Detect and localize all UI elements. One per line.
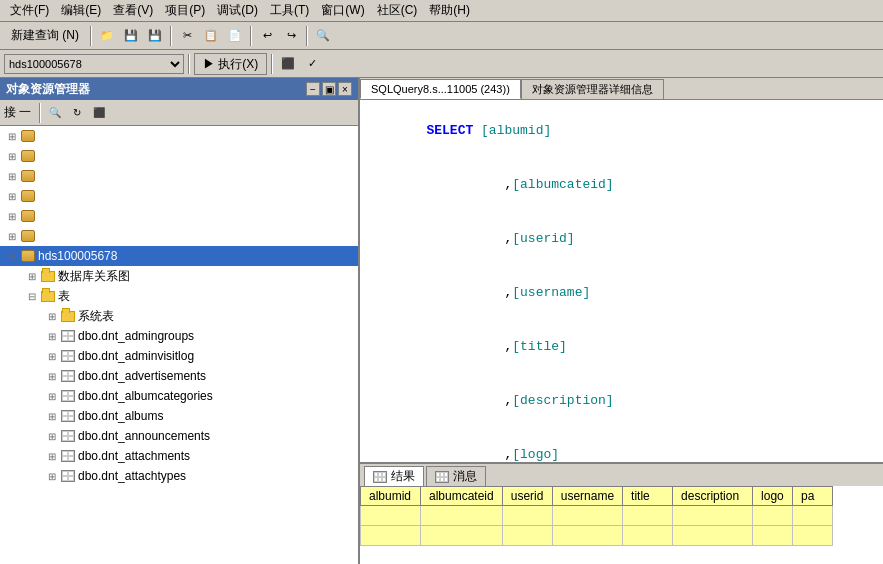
tree-item-hds100005678[interactable]: ⊟ hds100005678 — [0, 246, 358, 266]
results-table-container[interactable]: albumid albumcateid userid username titl… — [360, 486, 883, 564]
tree-item-server3[interactable]: ⊞ — [0, 166, 358, 186]
toolbar-separator-2 — [170, 26, 172, 46]
right-panel: SQLQuery8.s...11005 (243)) 对象资源管理器详细信息 S… — [360, 78, 883, 564]
stop-btn[interactable]: ⬛ — [277, 53, 299, 75]
tree-item-attachments[interactable]: ⊞ dbo.dnt_attachments — [0, 446, 358, 466]
col-albumcateid: albumcateid — [421, 487, 503, 506]
tree-item-server4[interactable]: ⊞ — [0, 186, 358, 206]
parse-btn[interactable]: ✓ — [301, 53, 323, 75]
menu-view[interactable]: 查看(V) — [107, 0, 159, 21]
menu-help[interactable]: 帮助(H) — [423, 0, 476, 21]
expand-icon-s2: ⊞ — [4, 148, 20, 164]
menu-tools[interactable]: 工具(T) — [264, 0, 315, 21]
open-btn[interactable]: 📁 — [96, 25, 118, 47]
expand-icon-admingroups: ⊞ — [44, 328, 60, 344]
tree-item-attachtypes[interactable]: ⊞ dbo.dnt_attachtypes — [0, 466, 358, 486]
sql-line-3: ,[userid] — [364, 212, 879, 266]
tree-toolbar: 接 一 🔍 ↻ ⬛ — [0, 100, 358, 126]
save-all-btn[interactable]: 💾 — [144, 25, 166, 47]
tree-item-server5[interactable]: ⊞ — [0, 206, 358, 226]
results-tab-messages-label: 消息 — [453, 468, 477, 485]
tree-item-systables[interactable]: ⊞ 系统表 — [0, 306, 358, 326]
table-icon-adminvisitlog — [60, 348, 76, 364]
tree-item-dbdiagram[interactable]: ⊞ 数据库关系图 — [0, 266, 358, 286]
tree-item-albums[interactable]: ⊞ dbo.dnt_albums — [0, 406, 358, 426]
tree-filter-btn[interactable]: 🔍 — [45, 103, 65, 123]
sql-line-6: ,[description] — [364, 374, 879, 428]
tree-item-tables[interactable]: ⊟ 表 — [0, 286, 358, 306]
main-area: 对象资源管理器 − ▣ × 接 一 🔍 ↻ ⬛ ⊞ ⊞ — [0, 78, 883, 564]
tree-item-server2[interactable]: ⊞ — [0, 146, 358, 166]
results-tabs: 结果 消息 — [360, 464, 883, 486]
folder-icon-dbdiagram — [40, 268, 56, 284]
sql-line-1: SELECT [albumid] — [364, 104, 879, 158]
redo-btn[interactable]: ↪ — [280, 25, 302, 47]
expand-icon-s3: ⊞ — [4, 168, 20, 184]
expand-icon-s5: ⊞ — [4, 208, 20, 224]
expand-icon-announcements: ⊞ — [44, 428, 60, 444]
expand-icon-systables: ⊞ — [44, 308, 60, 324]
panel-title-bar: 对象资源管理器 − ▣ × — [0, 78, 358, 100]
paste-btn[interactable]: 📄 — [224, 25, 246, 47]
col-logo: logo — [753, 487, 793, 506]
cell-pa — [793, 506, 833, 526]
table-icon-albums — [60, 408, 76, 424]
menu-edit[interactable]: 编辑(E) — [55, 0, 107, 21]
menu-debug[interactable]: 调试(D) — [211, 0, 264, 21]
cell-username-2 — [552, 526, 622, 546]
menubar: 文件(F) 编辑(E) 查看(V) 项目(P) 调试(D) 工具(T) 窗口(W… — [0, 0, 883, 22]
results-tab-results-label: 结果 — [391, 468, 415, 485]
tree-item-advertisements[interactable]: ⊞ dbo.dnt_advertisements — [0, 366, 358, 386]
query-tabs: SQLQuery8.s...11005 (243)) 对象资源管理器详细信息 — [360, 78, 883, 100]
database-dropdown[interactable]: hds100005678 — [4, 54, 184, 74]
menu-window[interactable]: 窗口(W) — [315, 0, 370, 21]
table-icon-admingroups — [60, 328, 76, 344]
table-icon-albumcategories — [60, 388, 76, 404]
tree-label-attachtypes: dbo.dnt_attachtypes — [78, 469, 186, 483]
expand-icon-attachtypes: ⊞ — [44, 468, 60, 484]
expand-icon-hds: ⊟ — [4, 248, 20, 264]
tree-label-hds: hds100005678 — [38, 249, 117, 263]
query-tab-2[interactable]: 对象资源管理器详细信息 — [521, 79, 664, 99]
folder-icon-systables — [60, 308, 76, 324]
find-btn[interactable]: 🔍 — [312, 25, 334, 47]
tree-item-server1[interactable]: ⊞ — [0, 126, 358, 146]
panel-close-btn[interactable]: × — [338, 82, 352, 96]
results-tab-results[interactable]: 结果 — [364, 466, 424, 486]
query-editor[interactable]: SELECT [albumid] ,[albumcateid] ,[userid… — [360, 100, 883, 464]
tree-area[interactable]: ⊞ ⊞ ⊞ ⊞ ⊞ — [0, 126, 358, 564]
tree-refresh-btn[interactable]: ↻ — [67, 103, 87, 123]
tree-item-announcements[interactable]: ⊞ dbo.dnt_announcements — [0, 426, 358, 446]
cell-albumid-2 — [361, 526, 421, 546]
menu-file[interactable]: 文件(F) — [4, 0, 55, 21]
save-btn[interactable]: 💾 — [120, 25, 142, 47]
table-icon-announcements — [60, 428, 76, 444]
cell-title — [623, 506, 673, 526]
query-tab-1[interactable]: SQLQuery8.s...11005 (243)) — [360, 79, 521, 99]
expand-icon-s6: ⊞ — [4, 228, 20, 244]
tree-stop-btn[interactable]: ⬛ — [89, 103, 109, 123]
new-query-btn[interactable]: 新建查询 (N) — [4, 25, 86, 47]
table-icon-attachments — [60, 448, 76, 464]
tree-item-adminvisitlog[interactable]: ⊞ dbo.dnt_adminvisitlog — [0, 346, 358, 366]
cell-albumcateid — [421, 506, 503, 526]
results-tab-messages[interactable]: 消息 — [426, 466, 486, 486]
panel-float-btn[interactable]: ▣ — [322, 82, 336, 96]
server-icon-2 — [20, 148, 36, 164]
cell-albumcateid-2 — [421, 526, 503, 546]
tree-item-admingroups[interactable]: ⊞ dbo.dnt_admingroups — [0, 326, 358, 346]
table-icon-attachtypes — [60, 468, 76, 484]
query-tab-1-label: SQLQuery8.s...11005 (243)) — [371, 83, 510, 95]
undo-btn[interactable]: ↩ — [256, 25, 278, 47]
tree-label-admingroups: dbo.dnt_admingroups — [78, 329, 194, 343]
menu-community[interactable]: 社区(C) — [371, 0, 424, 21]
tree-item-albumcategories[interactable]: ⊞ dbo.dnt_albumcategories — [0, 386, 358, 406]
col-userid: userid — [502, 487, 552, 506]
cell-username — [552, 506, 622, 526]
cut-btn[interactable]: ✂ — [176, 25, 198, 47]
execute-btn[interactable]: ▶ 执行(X) — [194, 53, 267, 75]
copy-btn[interactable]: 📋 — [200, 25, 222, 47]
tree-item-server6[interactable]: ⊞ — [0, 226, 358, 246]
panel-pin-btn[interactable]: − — [306, 82, 320, 96]
menu-project[interactable]: 项目(P) — [159, 0, 211, 21]
